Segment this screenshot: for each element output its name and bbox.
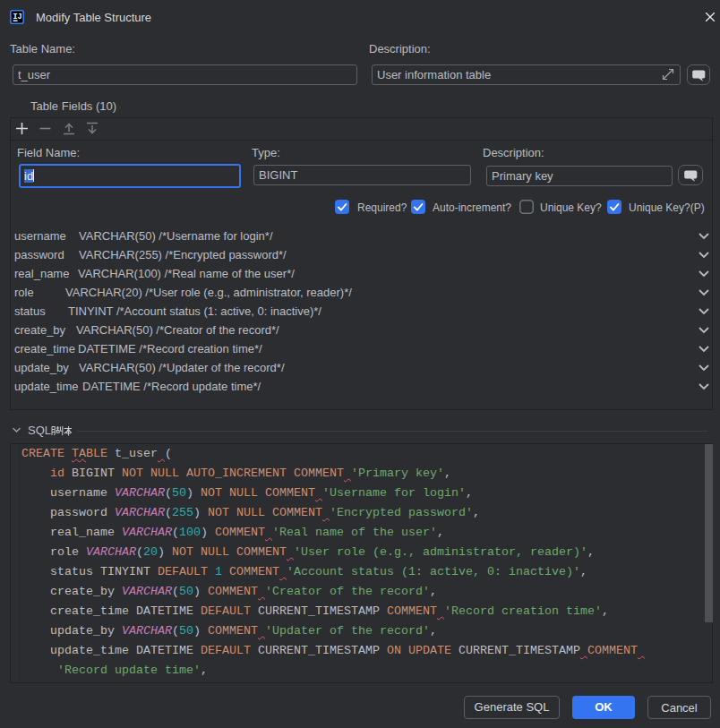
svg-text:IJ: IJ: [13, 13, 21, 21]
